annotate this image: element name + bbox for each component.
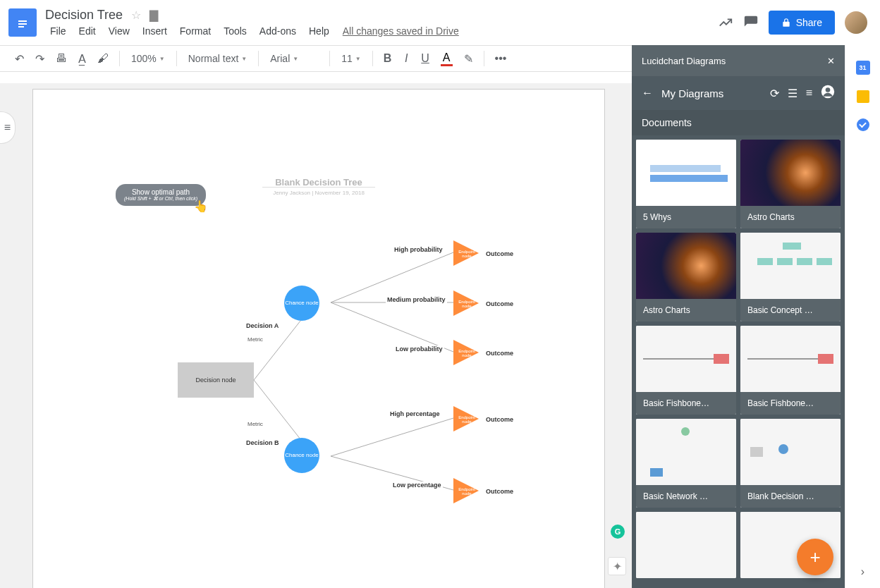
- back-icon[interactable]: ←: [642, 87, 653, 99]
- decision-a-label: Decision A: [245, 322, 280, 329]
- svg-rect-2: [18, 26, 24, 27]
- outcome-3: Outcome: [486, 350, 513, 357]
- endpoint-5: Endpoint node: [453, 478, 479, 503]
- document-title[interactable]: Decision Tree: [45, 8, 123, 23]
- zoom-select[interactable]: 100%▼: [127, 50, 169, 67]
- style-select[interactable]: Normal text▼: [184, 50, 252, 67]
- panel-section-header: Documents: [632, 110, 845, 135]
- panel-title: Lucidchart Diagrams: [642, 56, 726, 66]
- menubar: File Edit View Insert Format Tools Add-o…: [45, 24, 718, 38]
- menu-addons[interactable]: Add-ons: [255, 24, 301, 38]
- diagram: Blank Decision Tree Jenny Jackson | Nove…: [33, 90, 604, 588]
- svg-rect-0: [18, 20, 27, 22]
- font-select[interactable]: Arial▼: [266, 50, 322, 67]
- panel-grid[interactable]: 5 Whys Astro Charts Astro Charts Basic C…: [632, 135, 845, 588]
- tooltip-sub: (Hold Shift + ⌘ or Ctrl, then click): [124, 196, 197, 202]
- undo-button[interactable]: ↶: [11, 49, 28, 69]
- svg-line-5: [331, 252, 453, 302]
- underline-button[interactable]: U: [417, 49, 433, 68]
- move-folder-icon[interactable]: ▇: [149, 8, 158, 22]
- diagram-card[interactable]: Astro Charts: [740, 140, 841, 228]
- svg-point-11: [826, 87, 831, 92]
- diagram-card[interactable]: Basic Fishbone…: [740, 326, 841, 415]
- diagram-card[interactable]: Blank Decision …: [740, 419, 841, 508]
- svg-line-8: [331, 418, 453, 456]
- account-icon[interactable]: [821, 85, 835, 102]
- high-prob-label: High probability: [393, 246, 444, 253]
- refresh-icon[interactable]: ⟳: [770, 87, 779, 100]
- tasks-icon[interactable]: [857, 118, 869, 131]
- share-label: Share: [796, 17, 822, 28]
- panel-nav: ← My Diagrams ⟳ ☰ ≡: [632, 76, 845, 110]
- bold-button[interactable]: B: [380, 49, 396, 68]
- decision-b-label: Decision B: [245, 439, 281, 446]
- more-button[interactable]: •••: [491, 49, 511, 68]
- close-icon[interactable]: ✕: [827, 56, 835, 66]
- endpoint-1: Endpoint node: [453, 240, 479, 266]
- redo-button[interactable]: ↷: [32, 49, 48, 69]
- rail-expand-icon[interactable]: ›: [861, 565, 864, 578]
- outcome-5: Outcome: [486, 488, 513, 495]
- outcome-1: Outcome: [486, 250, 513, 257]
- outline-toggle[interactable]: ≡: [0, 111, 16, 144]
- menu-tools[interactable]: Tools: [219, 24, 252, 38]
- calendar-icon[interactable]: 31: [856, 61, 870, 75]
- diagram-title: Blank Decision Tree: [275, 177, 362, 188]
- endpoint-3: Endpoint node: [453, 340, 479, 365]
- menu-view[interactable]: View: [104, 24, 135, 38]
- outcome-2: Outcome: [486, 300, 513, 307]
- outcome-4: Outcome: [486, 416, 513, 423]
- star-icon[interactable]: ☆: [131, 8, 141, 22]
- right-rail: 31 ›: [845, 45, 880, 588]
- metric-a: Metric: [246, 336, 264, 343]
- diagram-card[interactable]: Basic Network …: [636, 419, 736, 508]
- share-button[interactable]: Share: [769, 11, 835, 35]
- italic-button[interactable]: I: [399, 49, 413, 68]
- diagram-card[interactable]: 5 Whys: [636, 140, 736, 228]
- highlight-button[interactable]: ✎: [460, 49, 477, 69]
- svg-line-7: [331, 302, 453, 352]
- cursor-icon: 👆: [194, 200, 208, 213]
- diagram-card[interactable]: Basic Concept …: [740, 233, 841, 321]
- titlebar: Decision Tree ☆ ▇ File Edit View Insert …: [0, 0, 880, 45]
- chance-node-bottom: Chance node: [284, 438, 319, 473]
- diagram-card[interactable]: Basic Fishbone…: [636, 326, 736, 415]
- grammarly-icon[interactable]: G: [611, 525, 625, 539]
- diagram-card[interactable]: Astro Charts: [636, 233, 736, 321]
- list-icon[interactable]: ≡: [806, 87, 812, 99]
- svg-rect-1: [18, 23, 27, 25]
- panel-nav-title: My Diagrams: [661, 87, 762, 99]
- tooltip-main: Show optimal path: [124, 188, 197, 196]
- spellcheck-button[interactable]: A̲: [75, 49, 90, 69]
- keep-icon[interactable]: [857, 90, 869, 103]
- account-avatar[interactable]: [845, 11, 867, 34]
- panel-header: Lucidchart Diagrams ✕: [632, 45, 845, 76]
- activity-icon[interactable]: [718, 15, 733, 30]
- text-color-button[interactable]: A: [437, 48, 456, 70]
- low-pct-label: Low percentage: [391, 482, 443, 489]
- diagram-subtitle: Jenny Jackson | November 19, 2018: [262, 187, 375, 196]
- tooltip: Show optimal path (Hold Shift + ⌘ or Ctr…: [116, 184, 206, 206]
- save-status[interactable]: All changes saved in Drive: [343, 25, 459, 37]
- paint-format-button[interactable]: 🖌: [94, 49, 112, 68]
- menu-file[interactable]: File: [45, 24, 71, 38]
- menu-help[interactable]: Help: [304, 24, 334, 38]
- sort-icon[interactable]: ☰: [788, 87, 798, 100]
- high-pct-label: High percentage: [389, 410, 441, 417]
- connector-lines: [33, 90, 604, 588]
- decision-node: Decision node: [178, 362, 254, 398]
- document-canvas[interactable]: ≡ Blank Decision Tree Jenny Jackson | No…: [0, 83, 632, 588]
- page: Blank Decision Tree Jenny Jackson | Nove…: [32, 89, 605, 588]
- lucidchart-panel: Lucidchart Diagrams ✕ ← My Diagrams ⟳ ☰ …: [632, 45, 845, 588]
- comments-icon[interactable]: [743, 15, 759, 30]
- menu-insert[interactable]: Insert: [138, 24, 172, 38]
- print-button[interactable]: 🖶: [52, 49, 71, 68]
- diagram-card[interactable]: [636, 512, 736, 578]
- new-diagram-fab[interactable]: +: [797, 539, 833, 575]
- font-size-select[interactable]: 11▼: [337, 50, 365, 67]
- low-prob-label: Low probability: [394, 345, 444, 353]
- menu-edit[interactable]: Edit: [74, 24, 101, 38]
- docs-logo-icon[interactable]: [8, 8, 37, 37]
- menu-format[interactable]: Format: [175, 24, 216, 38]
- explore-button[interactable]: ✦: [608, 557, 626, 575]
